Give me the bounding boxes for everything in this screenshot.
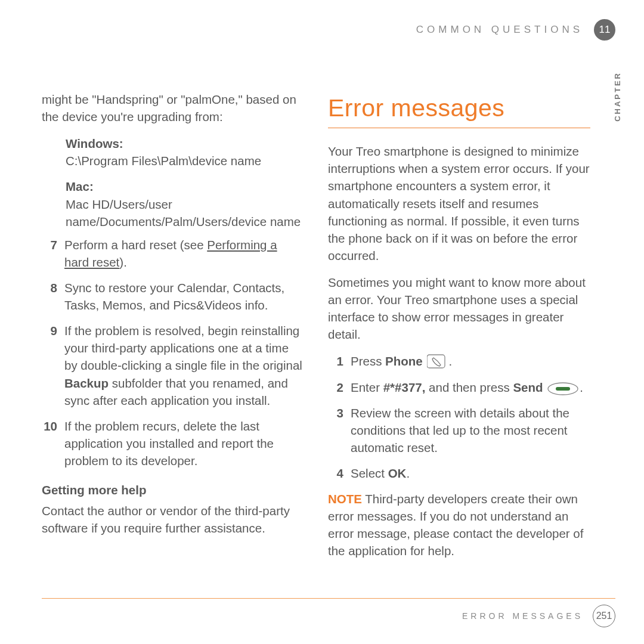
title-rule: [328, 128, 590, 128]
step-9: 9 If the problem is resolved, begin rein…: [42, 322, 304, 409]
error-intro-1: Your Treo smartphone is designed to mini…: [328, 143, 590, 264]
ok-keyword: OK: [388, 466, 407, 480]
step-8: 8 Sync to restore your Calendar, Contact…: [42, 279, 304, 314]
error-intro-2: Sometimes you might want to know more ab…: [328, 274, 590, 343]
mac-path: Mac HD/Users/user name/Documents/Palm/Us…: [66, 196, 304, 230]
device-name-placeholder: device name: [192, 154, 261, 168]
phone-keyword: Phone: [385, 354, 423, 368]
step-number: 8: [42, 279, 57, 314]
device-name-placeholder-2: device name: [231, 215, 301, 228]
step-number: 3: [328, 404, 343, 456]
step-number: 10: [42, 417, 57, 469]
content-columns: might be "Handspring" or "palmOne," base…: [42, 91, 614, 569]
page-number-badge: 251: [593, 605, 615, 627]
note-block: NOTE Third-party developers create their…: [328, 490, 590, 559]
send-button-icon: [547, 382, 578, 395]
step-body: Perform a hard reset (see Performing a h…: [64, 236, 304, 271]
mac-path-a: Mac HD/Users/: [66, 197, 148, 211]
phone-icon: [427, 354, 447, 369]
step-2-text-c: and then press: [425, 380, 513, 394]
intro-text: might be "Handspring" or "palmOne," base…: [42, 91, 304, 125]
step-body: Press Phone .: [351, 352, 590, 370]
step-1: 1 Press Phone .: [328, 352, 590, 370]
section-title: Error messages: [328, 91, 590, 125]
step-body: Enter #*#377, and then press Send .: [351, 379, 590, 396]
getting-more-help-heading: Getting more help: [42, 481, 304, 499]
windows-path: C:\Program Files\Palm\device name: [66, 152, 304, 169]
svg-rect-1: [556, 387, 570, 391]
step-2-text-a: Enter: [351, 380, 383, 394]
windows-path-a: C:\Program Files\Palm\: [66, 154, 192, 168]
mac-block: Mac: Mac HD/Users/user name/Documents/Pa…: [66, 178, 304, 230]
step-3: 3 Review the screen with details about t…: [328, 404, 590, 456]
period: .: [580, 380, 583, 394]
step-7-text-c: ).: [119, 255, 127, 269]
step-number: 9: [42, 322, 57, 409]
right-column: Error messages Your Treo smartphone is d…: [328, 91, 590, 569]
page: COMMON QUESTIONS 11 CHAPTER might be "Ha…: [0, 0, 644, 644]
step-body: If the problem recurs, delete the last a…: [64, 417, 304, 469]
header: COMMON QUESTIONS 11: [42, 19, 615, 41]
dial-code: #*#377,: [383, 380, 426, 394]
step-number: 2: [328, 379, 343, 396]
step-2: 2 Enter #*#377, and then press Send .: [328, 379, 590, 396]
step-4-text-a: Select: [351, 466, 388, 480]
windows-block: Windows: C:\Program Files\Palm\device na…: [66, 135, 304, 169]
footer-row: ERROR MESSAGES 251: [42, 605, 615, 627]
note-label: NOTE: [328, 492, 362, 506]
mac-path-c: /Documents/Palm/Users/: [96, 215, 231, 228]
step-7: 7 Perform a hard reset (see Performing a…: [42, 236, 304, 271]
backup-keyword: Backup: [64, 376, 109, 390]
step-body: Review the screen with details about the…: [351, 404, 590, 456]
period: .: [448, 354, 452, 368]
send-keyword: Send: [513, 380, 543, 394]
windows-label: Windows:: [66, 137, 123, 150]
step-10: 10 If the problem recurs, delete the las…: [42, 417, 304, 469]
getting-more-help-body: Contact the author or vendor of the thir…: [42, 502, 304, 537]
step-7-text-a: Perform a hard reset (see: [64, 238, 207, 252]
space: [423, 354, 426, 368]
chapter-number-badge: 11: [594, 19, 615, 41]
chapter-label-vertical: CHAPTER: [613, 72, 622, 122]
step-number: 1: [328, 352, 343, 370]
step-9-text-a: If the problem is resolved, begin reinst…: [64, 324, 302, 372]
mac-label: Mac:: [66, 179, 94, 193]
footer-rule: [42, 598, 615, 599]
note-body: Third-party developers create their own …: [328, 492, 583, 558]
left-column: might be "Handspring" or "palmOne," base…: [42, 91, 304, 569]
footer-section-label: ERROR MESSAGES: [462, 611, 583, 621]
step-body: Select OK.: [351, 465, 590, 482]
period: .: [406, 466, 410, 480]
step-1-text-a: Press: [351, 354, 385, 368]
step-body: Sync to restore your Calendar, Contacts,…: [64, 279, 304, 314]
space: [543, 380, 547, 394]
step-number: 4: [328, 465, 343, 482]
step-number: 7: [42, 236, 57, 271]
breadcrumb: COMMON QUESTIONS: [416, 24, 583, 36]
step-4: 4 Select OK.: [328, 465, 590, 482]
footer: ERROR MESSAGES 251: [42, 598, 615, 627]
step-body: If the problem is resolved, begin reinst…: [64, 322, 304, 409]
